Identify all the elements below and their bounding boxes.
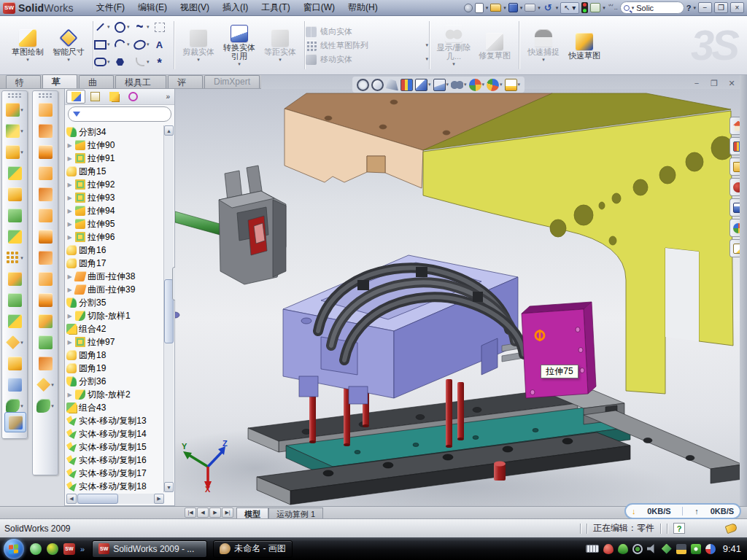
open-icon[interactable] xyxy=(490,4,501,12)
dropdown-arrow-icon[interactable]: ▾ xyxy=(127,42,130,47)
expand-arrow-icon[interactable]: ▶ xyxy=(66,195,73,201)
close-button[interactable]: × xyxy=(730,2,744,13)
tray-icon[interactable] xyxy=(632,544,643,554)
view-tool-button[interactable]: ▾ xyxy=(433,79,449,91)
dropdown-arrow-icon[interactable]: ▾ xyxy=(518,82,521,88)
new-dropdown[interactable]: ▾ xyxy=(486,5,489,11)
dropdown-arrow-icon[interactable]: ▾ xyxy=(279,57,282,63)
command-tab[interactable]: DimXpert xyxy=(204,75,260,88)
tab-dimxpert-manager[interactable] xyxy=(123,90,142,104)
select-tool-button[interactable]: ↖ ▾ xyxy=(560,2,579,14)
ribbon-button[interactable]: 等距实体 ▾ xyxy=(260,28,300,63)
toolbar-button[interactable] xyxy=(33,311,58,332)
toolbar-button[interactable] xyxy=(33,120,58,141)
keyboard-layout-icon[interactable] xyxy=(586,545,599,553)
options-dropdown[interactable]: ▾ xyxy=(603,5,605,11)
tab-property-manager[interactable] xyxy=(85,90,104,104)
measure-tool-button-pressed[interactable] xyxy=(4,412,26,432)
print-dropdown[interactable]: ▾ xyxy=(538,5,541,11)
tree-item[interactable]: ▶ 拉伸91 xyxy=(66,152,163,165)
tray-icon[interactable] xyxy=(603,544,614,554)
toolbar-button[interactable]: ▾ xyxy=(2,141,27,163)
tree-item[interactable]: ▶ 拉伸94 xyxy=(66,204,163,217)
taskbar-clock[interactable]: 9:41 xyxy=(720,543,741,554)
toolbar-button[interactable]: ▾ xyxy=(2,99,27,120)
tree-item[interactable]: 分割36 xyxy=(66,375,163,388)
expand-arrow-icon[interactable]: ▶ xyxy=(66,287,73,293)
menu-item[interactable]: 插入(I) xyxy=(216,0,255,15)
tree-item[interactable]: 组合42 xyxy=(66,322,163,335)
view-tool-button[interactable] xyxy=(371,79,384,91)
command-tab[interactable]: 模具工具 xyxy=(115,75,166,88)
view-tool-button[interactable] xyxy=(357,79,369,91)
tree-item[interactable]: 分割35 xyxy=(66,296,163,309)
search-box[interactable]: ▾ Solic xyxy=(620,1,684,14)
tree-filter-box[interactable] xyxy=(68,106,171,122)
ribbon-button[interactable]: 剪裁实体 ▾ xyxy=(179,28,218,63)
tab-feature-manager[interactable] xyxy=(66,90,85,104)
toolbar-button[interactable] xyxy=(2,311,27,332)
sketch-entity-button[interactable]: ▾ xyxy=(94,56,114,69)
tree-item[interactable]: 实体-移动/复制17 xyxy=(66,467,163,480)
view-tool-button[interactable]: ▾ xyxy=(505,79,521,91)
tab-model[interactable]: 模型 xyxy=(236,508,268,518)
ribbon-button[interactable]: 修复草图 xyxy=(475,31,514,60)
dropdown-arrow-icon[interactable]: ▾ xyxy=(20,255,23,261)
undo-icon[interactable]: ↺ xyxy=(543,2,554,13)
sketch-entity-button[interactable]: ▾ xyxy=(133,21,153,34)
tray-icon[interactable] xyxy=(647,544,657,554)
dropdown-arrow-icon[interactable]: ▾ xyxy=(482,82,485,88)
part-red-cylinder[interactable] xyxy=(494,462,506,481)
dropdown-arrow-icon[interactable]: ▾ xyxy=(26,57,29,63)
tab-configuration-manager[interactable] xyxy=(104,90,123,104)
print-icon[interactable] xyxy=(525,4,535,12)
quick-launch-icon[interactable] xyxy=(47,543,58,555)
toolbar-button[interactable] xyxy=(2,163,27,184)
ribbon-stack-button[interactable]: 镜向实体 xyxy=(306,26,428,37)
tree-item[interactable]: ▶ 切除-放样1 xyxy=(66,309,163,322)
toolbar-button[interactable] xyxy=(33,289,58,311)
toolbar-button[interactable] xyxy=(2,268,27,289)
expand-arrow-icon[interactable]: ▶ xyxy=(66,273,73,280)
ime-indicator[interactable]: ⺍.. xyxy=(608,3,618,12)
tree-item[interactable]: ▶ 拉伸93 xyxy=(66,191,163,204)
toolbar-button[interactable] xyxy=(33,163,58,184)
tree-item[interactable]: ▶ 切除-放样2 xyxy=(66,388,163,401)
dropdown-arrow-icon[interactable]: ▾ xyxy=(446,82,449,88)
tree-item[interactable]: 圆角16 xyxy=(66,244,163,257)
options-list-icon[interactable] xyxy=(590,3,600,12)
toolbar-button[interactable]: ▾ xyxy=(2,332,27,353)
scrollbar-thumb[interactable] xyxy=(77,494,118,504)
tree-item[interactable]: ▶ 曲面-拉伸38 xyxy=(66,270,163,283)
pin-icon[interactable] xyxy=(464,4,473,12)
tab-motion-study[interactable]: 运动算例 1 xyxy=(268,508,323,518)
tree-item[interactable]: 实体-移动/复制15 xyxy=(66,440,163,454)
undo-dropdown[interactable]: ▾ xyxy=(556,5,559,11)
toolbar-button[interactable] xyxy=(2,353,27,374)
command-tab[interactable]: 特征 xyxy=(6,75,41,88)
dropdown-arrow-icon[interactable]: ▾ xyxy=(542,57,545,63)
dropdown-arrow-icon[interactable]: ▾ xyxy=(51,382,54,388)
scroll-up-icon[interactable]: ▲ xyxy=(164,125,174,136)
toolbar-button[interactable] xyxy=(33,353,58,374)
toolbar-button[interactable] xyxy=(2,226,27,247)
command-tab[interactable]: 评估 xyxy=(168,75,203,88)
sheet-nav-button[interactable]: ◀ xyxy=(197,508,209,518)
dropdown-arrow-icon[interactable]: ▾ xyxy=(464,82,467,88)
toolbar-button[interactable] xyxy=(33,247,58,268)
view-tool-button[interactable] xyxy=(400,79,413,91)
search-input[interactable]: Solic xyxy=(636,4,654,12)
tree-item[interactable]: ▶ 拉伸92 xyxy=(66,178,163,191)
sketch-entity-button[interactable]: ▾ xyxy=(94,21,114,34)
sketch-entity-button[interactable] xyxy=(153,21,173,34)
ribbon-button[interactable]: 显示/删除几... ▾ xyxy=(434,23,473,67)
expand-arrow-icon[interactable]: ▶ xyxy=(66,221,73,228)
dropdown-arrow-icon[interactable]: ▾ xyxy=(425,56,428,62)
graphics-viewport[interactable] xyxy=(175,89,740,506)
dropdown-arrow-icon[interactable]: ▾ xyxy=(428,82,431,88)
taskbar-task-button[interactable]: 未命名 - 画图 xyxy=(213,540,293,558)
toolbar-button[interactable] xyxy=(2,205,27,226)
expand-arrow-icon[interactable]: ▶ xyxy=(66,234,73,241)
scroll-left-icon[interactable]: ◀ xyxy=(66,494,77,504)
save-dropdown[interactable]: ▾ xyxy=(520,5,523,11)
